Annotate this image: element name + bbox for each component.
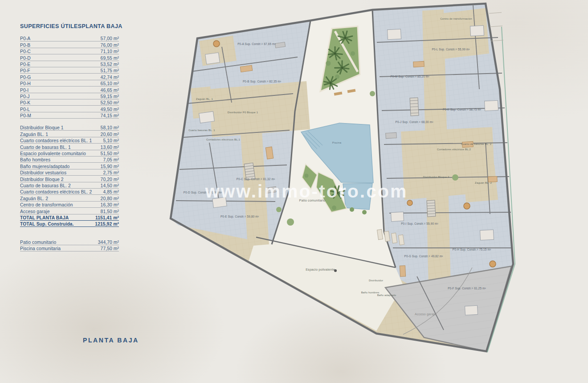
room-label: Zaguán BL. 2 bbox=[475, 181, 492, 184]
row-label: P0-G bbox=[20, 75, 31, 80]
table-row: P0-H65,10 m² bbox=[20, 80, 119, 86]
table-row: P0-D69,55 m² bbox=[20, 54, 119, 61]
row-value: 46,65 m² bbox=[101, 88, 119, 93]
row-value: 52,50 m² bbox=[101, 100, 119, 105]
row-label: P0-I bbox=[20, 88, 29, 93]
room-label: Contadores eléctricos BL.2 bbox=[437, 148, 471, 151]
apartment-label: P0-C Sup. Constr.= 81,32 m² bbox=[237, 177, 275, 181]
apartment-label: P0-M Sup. Constr.= 85,20 m² bbox=[390, 75, 429, 78]
row-label: Acceso garaje bbox=[20, 209, 50, 214]
table-row: P0-K52,50 m² bbox=[20, 99, 119, 106]
row-value: 53,52 m² bbox=[101, 62, 119, 67]
row-label: P0-F bbox=[20, 68, 30, 73]
table-row: P0-M74,15 m² bbox=[20, 112, 119, 119]
table-header: SUPERFICIES ÚTILES PLANTA BAJA bbox=[20, 23, 119, 29]
room-label: Piscina bbox=[332, 141, 342, 144]
row-label: Cuarto de basuras BL. 2 bbox=[20, 183, 71, 188]
table-row: Cuarto de basuras BL. 214,50 m² bbox=[20, 182, 119, 189]
row-value: 1215,92 m² bbox=[95, 222, 119, 227]
table-row: Centro de transformación16,30 m² bbox=[20, 202, 119, 208]
common-rows: Distribuidor Bloque 158,10 m²Zaguán BL. … bbox=[20, 124, 119, 214]
room-label: Contadores eléctricos BL.1 bbox=[206, 138, 240, 141]
row-label: P0-H bbox=[20, 81, 31, 86]
row-label: Distribuidor Bloque 2 bbox=[20, 177, 64, 182]
outdoor-rows: Patio comunitario344,70 m²Piscina comuni… bbox=[20, 239, 119, 251]
row-value: 20,80 m² bbox=[101, 196, 119, 201]
row-label: TOTAL Sup. Construida. bbox=[20, 222, 74, 227]
row-label: Centro de transformación bbox=[20, 202, 73, 207]
row-label: P0-J bbox=[20, 94, 30, 99]
row-value: 13,60 m² bbox=[101, 145, 119, 150]
row-label: Cuarto contadores eléctricos BL. 1 bbox=[20, 138, 92, 143]
row-label: Distribuidor vestuarios bbox=[20, 170, 66, 175]
row-value: 51,75 m² bbox=[101, 68, 119, 73]
row-value: 5,10 m² bbox=[103, 138, 119, 143]
apartment-label: P0-A Sup. Constr.= 67,65 m² bbox=[237, 42, 276, 46]
table-row: P0-I46,65 m² bbox=[20, 86, 119, 93]
table-row: P0-E53,52 m² bbox=[20, 61, 119, 67]
row-label: Distribuidor Bloque 1 bbox=[20, 125, 64, 130]
row-value: 69,55 m² bbox=[101, 56, 119, 61]
room-label: Cuarto de basuras BL. 2 bbox=[461, 143, 491, 145]
row-value: 14,50 m² bbox=[101, 183, 119, 188]
row-value: 2,75 m² bbox=[103, 170, 119, 175]
apartment-label: P0-K Sup. Constr.= 58,75 m² bbox=[443, 108, 481, 111]
table-row: Patio comunitario344,70 m² bbox=[20, 239, 119, 245]
table-row: Baño hombres7,05 m² bbox=[20, 156, 119, 163]
row-label: TOTAL PLANTA BAJA bbox=[20, 215, 69, 220]
row-value: 15,90 m² bbox=[101, 164, 119, 169]
table-row: Cuarto contadores eléctricos BL. 15,10 m… bbox=[20, 137, 119, 144]
row-value: 59,15 m² bbox=[101, 94, 119, 99]
table-row: TOTAL PLANTA BAJA1151,41 m² bbox=[20, 214, 119, 221]
table-row: P0-G42,74 m² bbox=[20, 74, 119, 80]
row-label: Cuarto contadores eléctricos BL. 2 bbox=[20, 189, 92, 194]
row-label: P0-C bbox=[20, 49, 31, 54]
row-value: 16,30 m² bbox=[101, 202, 119, 207]
plan-caption: PLANTA BAJA bbox=[83, 337, 139, 344]
room-label: Distribuidor P0 Bloque 1 bbox=[228, 111, 258, 114]
table-row: TOTAL Sup. Construida.1215,92 m² bbox=[20, 221, 119, 227]
row-value: 42,74 m² bbox=[101, 75, 119, 80]
apartment-label: P0-E Sup. Constr.= 59,80 m² bbox=[220, 215, 259, 218]
row-value: 20,60 m² bbox=[101, 132, 119, 137]
table-row: P0-J59,15 m² bbox=[20, 93, 119, 99]
room-label: Cuarto basuras BL. 1 bbox=[188, 129, 215, 132]
apartment-label: P0-I Sup. Constr.= 55,90 m² bbox=[401, 222, 438, 226]
unit-rows: P0-A57,00 m²P0-B76,00 m²P0-C71,10 m²P0-D… bbox=[20, 35, 119, 119]
room-label: Distribuidor Bloque 2 bbox=[423, 176, 449, 178]
row-value: 344,70 m² bbox=[98, 240, 119, 245]
apartment-label: P0-F Sup. Constr.= 61,25 m² bbox=[448, 287, 486, 290]
table-row: Distribuidor Bloque 270,20 m² bbox=[20, 176, 119, 182]
table-row: Baño mujeres/adaptado15,90 m² bbox=[20, 163, 119, 169]
row-label: P0-E bbox=[20, 62, 30, 67]
table-row: Distribuidor Bloque 158,10 m² bbox=[20, 124, 119, 131]
row-value: 77,50 m² bbox=[101, 246, 119, 251]
total-rows: TOTAL PLANTA BAJA1151,41 m²TOTAL Sup. Co… bbox=[20, 214, 119, 227]
table-title-right: PLANTA BAJA bbox=[82, 23, 122, 29]
row-value: 81,50 m² bbox=[101, 209, 119, 214]
row-label: P0-L bbox=[20, 107, 30, 112]
apartment-label: P0-B Sup. Constr.= 82,35 m² bbox=[243, 80, 281, 83]
row-value: 70,20 m² bbox=[101, 177, 119, 182]
room-label: Baño hombres bbox=[361, 291, 380, 294]
row-value: 49,50 m² bbox=[101, 107, 119, 112]
room-label: Baño adaptado bbox=[377, 294, 396, 297]
row-label: P0-D bbox=[20, 56, 31, 61]
row-label: Zaguán BL. 1 bbox=[20, 132, 48, 137]
table-title-left: SUPERFICIES ÚTILES bbox=[20, 23, 82, 29]
table-row: Zaguán BL. 120,60 m² bbox=[20, 131, 119, 137]
table-row: P0-B76,00 m² bbox=[20, 41, 119, 48]
row-value: 51,50 m² bbox=[101, 151, 119, 156]
surface-table: SUPERFICIES ÚTILES PLANTA BAJA P0-A57,00… bbox=[20, 23, 119, 251]
room-label: Espacio polivalente bbox=[306, 268, 335, 272]
row-value: 65,10 m² bbox=[101, 81, 119, 86]
row-label: P0-B bbox=[20, 43, 30, 48]
table-row: P0-L49,50 m² bbox=[20, 106, 119, 112]
apartment-label: P0-L Sup. Constr.= 55,99 m² bbox=[432, 48, 470, 51]
room-label: Centro de transformación bbox=[440, 17, 472, 20]
table-row: Espacio polivalente comunitario51,50 m² bbox=[20, 150, 119, 156]
table-row: Cuarto contadores eléctricos BL. 24,85 m… bbox=[20, 189, 119, 195]
table-row: P0-A57,00 m² bbox=[20, 35, 119, 41]
table-row: Acceso garaje81,50 m² bbox=[20, 208, 119, 214]
row-value: 71,10 m² bbox=[101, 49, 119, 54]
